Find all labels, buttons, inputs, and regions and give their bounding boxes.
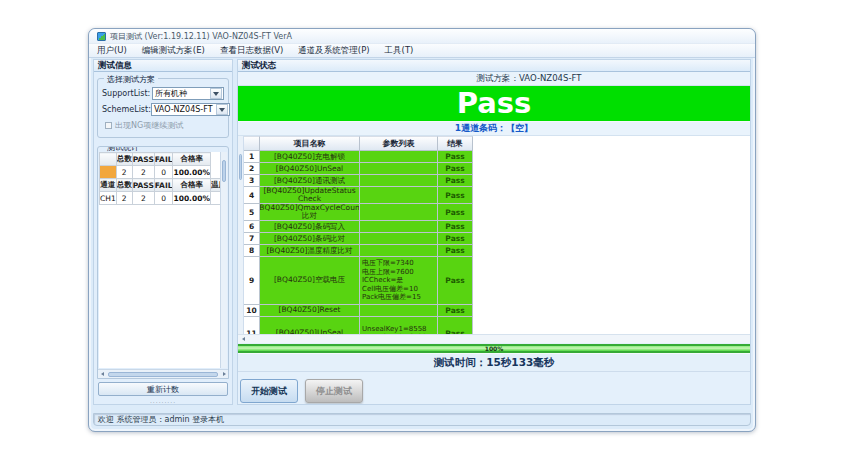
row-number: 6 <box>244 221 260 233</box>
table-row[interactable]: 3 [BQ40Z50]通讯测试 Pass <box>244 175 473 187</box>
stats-total-count: 2 <box>116 166 132 179</box>
table-row[interactable]: 11 [BQ40Z50]UnSeal UnsealKey1=8558 Unsea… <box>244 317 473 335</box>
test-stats-grid: 总数 PASS FAIL 合格率 2 2 0 100.00% <box>99 152 227 368</box>
result-cell: Pass <box>438 163 473 175</box>
stats-total-indicator <box>100 166 117 179</box>
result-banner-text: Pass <box>457 86 532 121</box>
test-stats-group: 测试统计 总数 PASS FAIL 合格率 <box>97 146 229 379</box>
schemelist-value: VAO-NZ04S-FT <box>152 105 215 114</box>
table-row[interactable]: 10 [BQ40Z50]Reset Pass <box>244 305 473 317</box>
result-cell: Pass <box>438 187 473 204</box>
stats-vertical-scrollbar[interactable] <box>220 152 227 368</box>
stats-h-pass: PASS <box>132 153 154 166</box>
stats-total-row: 2 2 0 100.00% <box>100 166 227 179</box>
schemelist-dropdown-button[interactable] <box>216 104 228 115</box>
results-horizontal-scrollbar[interactable] <box>238 334 750 343</box>
main-content: 测试信息 选择测试方案 SupportList: 所有机种 SchemeList… <box>93 59 751 405</box>
header-item-name: 项目名称 <box>260 136 360 151</box>
current-scheme-line: 测试方案：VAO-NZ04S-FT <box>238 72 750 86</box>
continue-on-ng-row: 出现NG项继续测试 <box>105 120 223 131</box>
scroll-left-icon[interactable] <box>239 335 247 343</box>
param-list-cell <box>360 233 438 245</box>
stats-horizontal-scrollbar[interactable] <box>98 369 228 378</box>
item-name-cell: [BQ40Z50]Reset <box>260 305 360 317</box>
schemelist-combobox[interactable]: VAO-NZ04S-FT <box>151 103 230 116</box>
item-name-cell: [BQ40Z50]QmaxCycleCount比对 <box>260 204 360 221</box>
param-list-cell <box>360 187 438 204</box>
table-row[interactable]: 7 [BQ40Z50]条码比对 Pass <box>244 233 473 245</box>
row-number: 11 <box>244 317 260 335</box>
continue-on-ng-checkbox[interactable] <box>105 122 112 129</box>
scroll-right-icon[interactable] <box>220 370 228 378</box>
menu-view-log[interactable]: 查看日志数据(V) <box>220 45 283 57</box>
stats-h-pass2: PASS <box>132 179 154 192</box>
test-info-header: 测试信息 <box>94 60 232 72</box>
triangle-left-icon <box>242 337 245 341</box>
result-cell: Pass <box>438 221 473 233</box>
stop-test-button: 停止测试 <box>305 379 363 403</box>
row-number: 5 <box>244 204 260 221</box>
table-row[interactable]: 8 [BQ40Z50]温度精度比对 Pass <box>244 245 473 257</box>
menu-channel-admin[interactable]: 通道及系统管理(P) <box>298 45 369 57</box>
app-icon <box>97 32 106 41</box>
test-status-panel: 测试状态 测试方案：VAO-NZ04S-FT Pass 1通道条码：【空】 项目… <box>237 59 751 405</box>
menu-user[interactable]: 用户(U) <box>97 45 127 57</box>
menu-bar: 用户(U) 编辑测试方案(E) 查看日志数据(V) 通道及系统管理(P) 工具(… <box>89 44 755 58</box>
result-cell: Pass <box>438 257 473 305</box>
table-row[interactable]: 5 [BQ40Z50]QmaxCycleCount比对 Pass <box>244 204 473 221</box>
param-list-cell <box>360 221 438 233</box>
scrollbar-thumb[interactable] <box>108 372 218 377</box>
channel-barcode-line: 1通道条码：【空】 <box>238 121 750 136</box>
stats-table: 总数 PASS FAIL 合格率 2 2 0 100.00% <box>99 152 227 205</box>
desktop: 项目测试 (Ver:1.19.12.11) VAO-NZ04S-FT VerA … <box>0 0 845 450</box>
action-buttons: 开始测试 停止测试 <box>240 379 750 403</box>
stats-ch1-rate: 100.00% <box>173 192 210 205</box>
start-test-button[interactable]: 开始测试 <box>240 379 298 403</box>
row-number: 2 <box>244 163 260 175</box>
chevron-down-icon <box>213 92 219 96</box>
window-title: 项目测试 (Ver:1.19.12.11) VAO-NZ04S-FT VerA <box>110 31 292 42</box>
item-name-cell: [BQ40Z50]UpdateStatus Check <box>260 187 360 204</box>
supportlist-combobox[interactable]: 所有机种 <box>152 87 224 100</box>
title-bar[interactable]: 项目测试 (Ver:1.19.12.11) VAO-NZ04S-FT VerA <box>89 29 755 44</box>
result-banner: Pass <box>238 86 750 121</box>
supportlist-value: 所有机种 <box>153 88 209 99</box>
triangle-left-icon <box>101 372 104 376</box>
table-row[interactable]: 6 [BQ40Z50]条码写入 Pass <box>244 221 473 233</box>
param-list-cell <box>360 305 438 317</box>
result-cell: Pass <box>438 151 473 163</box>
table-row[interactable]: 1 [BQ40Z50]充电解锁 Pass <box>244 151 473 163</box>
scrollbar-thumb[interactable] <box>222 160 226 182</box>
result-cell: Pass <box>438 317 473 335</box>
supportlist-dropdown-button[interactable] <box>210 88 222 99</box>
header-param-list: 参数列表 <box>360 136 438 151</box>
table-row[interactable]: 2 [BQ40Z50]UnSeal Pass <box>244 163 473 175</box>
scheme-select-group-title: 选择测试方案 <box>104 74 158 85</box>
status-bar: 欢迎 系统管理员：admin 登录本机 <box>93 413 751 426</box>
stats-ch1-fail: 0 <box>154 192 173 205</box>
schemelist-label: SchemeList: <box>102 105 151 114</box>
row-number: 4 <box>244 187 260 204</box>
test-status-header: 测试状态 <box>238 60 750 72</box>
stats-h-fail: FAIL <box>154 153 173 166</box>
item-name-cell: [BQ40Z50]充电解锁 <box>260 151 360 163</box>
stats-ch1-count: 2 <box>116 192 132 205</box>
stats-h-channel: 通道 <box>100 179 117 192</box>
menu-edit-scheme[interactable]: 编辑测试方案(E) <box>142 45 205 57</box>
menu-tools[interactable]: 工具(T) <box>385 45 414 57</box>
stats-ch1-name: CH1 <box>100 192 117 205</box>
progress-bar: 100% <box>238 344 750 353</box>
scroll-left-icon[interactable] <box>98 370 106 378</box>
recount-button[interactable]: 重新计数 <box>98 382 228 396</box>
table-row[interactable]: 9 [BQ40Z50]空载电压 电压下限=7340 电压上限=7600 ICCh… <box>244 257 473 305</box>
stats-h-fail2: FAIL <box>154 179 173 192</box>
progress-percent-label: 100% <box>238 345 750 353</box>
result-cell: Pass <box>438 233 473 245</box>
row-number: 3 <box>244 175 260 187</box>
item-name-cell: [BQ40Z50]通讯测试 <box>260 175 360 187</box>
param-list-cell <box>360 204 438 221</box>
table-row[interactable]: 4 [BQ40Z50]UpdateStatus Check Pass <box>244 187 473 204</box>
results-table: 项目名称 参数列表 结果 1 [BQ40Z50]充电解锁 Pass 2 <box>244 136 473 334</box>
stats-header-row-total: 总数 PASS FAIL 合格率 <box>100 153 227 166</box>
scrollbar-thumb[interactable] <box>239 154 242 180</box>
